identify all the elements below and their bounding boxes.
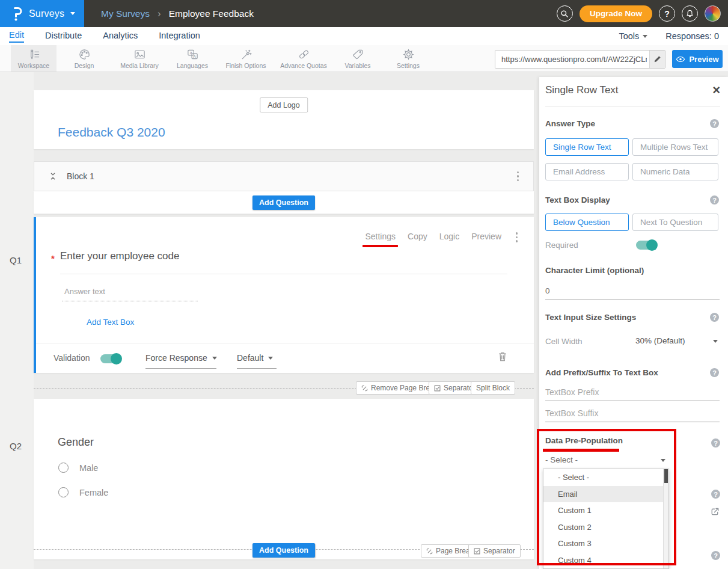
chevron-down-icon[interactable] [713,340,718,343]
add-logo-button[interactable]: Add Logo [260,97,308,112]
split-block-label: Split Block [476,384,510,392]
toolbar-item-settings[interactable]: Settings [382,45,434,72]
block-menu-icon[interactable] [517,171,519,182]
edit-url-button[interactable] [649,51,665,68]
notifications-button[interactable] [682,5,698,22]
textbox-suffix-input[interactable] [545,407,720,422]
help-icon[interactable] [711,438,720,448]
toolbar-item-label: Design [75,62,94,69]
validation-toggle[interactable] [100,354,121,363]
tab-analytics[interactable]: Analytics [103,31,138,42]
survey-url-input[interactable] [495,51,649,68]
force-response-label: Force Response [145,353,207,363]
tab-edit[interactable]: Edit [9,30,24,43]
toolbar-item-advance-quotas[interactable]: Advance Quotas [274,45,333,72]
scrollbar-thumb[interactable] [664,469,668,483]
survey-header-card: Add Logo Feedback Q3 2020 [34,90,534,149]
display-below-question[interactable]: Below Question [545,214,629,231]
question-1-text[interactable]: Enter your employee code [60,250,179,262]
radio-option-female[interactable]: Female [58,487,108,497]
answer-type-single-row[interactable]: Single Row Text [545,138,629,156]
separator-button-bottom[interactable]: Separator [468,544,521,558]
help-icon[interactable] [710,195,719,205]
display-next-to-question[interactable]: Next To Question [632,214,718,231]
dropdown-option[interactable]: Custom 2 [543,519,668,536]
trash-icon [498,351,507,362]
add-question-button-bottom[interactable]: Add Question [252,543,315,558]
survey-title[interactable]: Feedback Q3 2020 [58,125,165,140]
question-2-text[interactable]: Gender [58,436,94,449]
upgrade-now-button[interactable]: Upgrade Now [580,5,652,22]
answer-text-placeholder[interactable]: Answer text [62,287,198,301]
survey-url-field [495,50,665,69]
add-text-box-link[interactable]: Add Text Box [87,318,134,327]
tab-integration[interactable]: Integration [159,31,200,42]
gear-icon [402,48,415,61]
add-question-button[interactable]: Add Question [252,195,315,210]
toolbar-item-languages[interactable]: a A Languages [167,45,218,72]
help-icon[interactable] [710,368,719,377]
question-2-index: Q2 [10,441,22,451]
search-button[interactable] [557,5,573,22]
block-title[interactable]: Block 1 [67,171,94,181]
tab-distribute[interactable]: Distribute [45,31,82,42]
split-block-button[interactable]: Split Block [471,381,515,395]
add-question-strip: Add Question [34,191,534,214]
block-header: Block 1 [34,161,534,191]
tab-question-logic[interactable]: Logic [439,232,459,241]
tab-question-preview[interactable]: Preview [471,232,501,241]
dropdown-option[interactable]: Custom 1 [543,502,668,519]
close-icon[interactable] [712,84,720,96]
radio-option-label: Male [79,463,98,473]
dropdown-option[interactable]: - Select - [543,469,668,486]
default-validation-dropdown[interactable]: Default [237,353,273,363]
toolbar-item-variables[interactable]: Variables [333,45,382,72]
panel-title: Single Row Text [545,84,619,96]
textbox-prefix-input[interactable] [545,386,720,401]
help-icon[interactable] [711,490,720,499]
tools-menu[interactable]: Tools [619,31,647,41]
toolbar-item-workspace[interactable]: Workspace [11,45,57,72]
cell-width-value[interactable]: 30% (Default) [635,336,685,345]
answer-type-multiple-rows[interactable]: Multiple Rows Text [632,138,718,156]
character-limit-label: Character Limit (optional) [545,266,644,275]
help-icon[interactable] [710,119,719,128]
radio-button-icon[interactable] [58,463,69,473]
panel-divider [545,106,720,106]
breadcrumb-parent-link[interactable]: My Surveys [101,8,150,19]
dropdown-option-highlighted[interactable]: Email [543,486,668,503]
delete-question-button[interactable] [498,351,507,362]
toolbar-item-finish-options[interactable]: Finish Options [218,45,274,72]
responses-count[interactable]: Responses: 0 [665,31,719,41]
external-link-icon[interactable] [710,506,720,517]
help-button[interactable]: ? [659,5,675,22]
force-response-dropdown[interactable]: Force Response [145,353,217,363]
radio-option-male[interactable]: Male [58,463,98,473]
toolbar-item-design[interactable]: Design [57,45,112,72]
radio-button-icon[interactable] [58,487,69,497]
user-avatar[interactable] [705,5,721,22]
remove-page-break-label: Remove Page Break [371,384,438,392]
question-menu-icon[interactable] [516,232,518,242]
answer-type-email[interactable]: Email Address [545,163,629,180]
survey-nav: Edit Distribute Analytics Integration To… [0,27,728,45]
character-limit-input[interactable] [545,285,720,300]
survey-canvas: Add Logo Feedback Q3 2020 Block 1 Add Qu… [34,72,534,569]
collapse-block-icon[interactable] [49,171,57,181]
help-icon[interactable] [710,313,719,322]
tab-question-settings[interactable]: Settings [365,232,396,241]
tools-label: Tools [619,31,639,41]
data-prepopulation-select[interactable]: - Select - [545,455,578,464]
help-icon[interactable] [711,551,720,560]
toolbar-item-media-library[interactable]: Media Library [112,45,167,72]
dropdown-option[interactable]: Custom 3 [543,535,668,552]
preview-button[interactable]: Preview [672,50,723,68]
dropdown-option[interactable]: Custom 4 [543,552,668,569]
tab-question-copy[interactable]: Copy [408,232,427,241]
text-input-size-label: Text Input Size Settings [545,313,636,322]
answer-type-numeric[interactable]: Numeric Data [632,163,718,180]
required-toggle[interactable] [636,241,657,250]
product-switcher[interactable]: Surveys [0,0,84,27]
chevron-down-icon[interactable] [661,459,665,462]
dropdown-scrollbar[interactable] [663,469,668,568]
